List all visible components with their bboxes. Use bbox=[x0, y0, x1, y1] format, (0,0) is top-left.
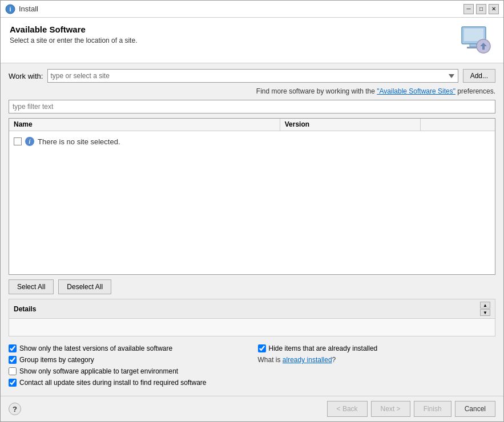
group-by-category-label: Group items by category bbox=[19, 356, 94, 364]
latest-versions-checkbox[interactable] bbox=[9, 344, 17, 352]
back-button[interactable]: < Back bbox=[327, 401, 368, 417]
details-body bbox=[9, 319, 495, 336]
row-checkbox[interactable] bbox=[14, 137, 22, 145]
deselect-all-button[interactable]: Deselect All bbox=[58, 279, 111, 294]
selection-buttons: Select All Deselect All bbox=[9, 279, 495, 294]
work-with-row: Work with: type or select a site Add... bbox=[9, 69, 495, 83]
software-icon bbox=[457, 25, 494, 56]
no-site-text: There is no site selected. bbox=[38, 137, 120, 146]
table-header: Name Version bbox=[9, 119, 495, 131]
checkbox-group-by-category[interactable]: Group items by category bbox=[9, 356, 247, 364]
col-version: Version bbox=[280, 119, 421, 131]
work-with-label: Work with: bbox=[9, 72, 43, 80]
checkboxes-section: Show only the latest versions of availab… bbox=[9, 341, 495, 390]
details-section: Details ▲ ▼ bbox=[9, 299, 495, 336]
details-scroll: ▲ ▼ bbox=[480, 302, 490, 316]
svg-text:i: i bbox=[9, 6, 11, 13]
svg-rect-3 bbox=[464, 29, 483, 41]
help-button[interactable]: ? bbox=[9, 403, 21, 415]
install-window: i Install ─ □ ✕ Available Software Selec… bbox=[0, 0, 504, 422]
title-bar-controls: ─ □ ✕ bbox=[463, 4, 499, 14]
find-more-text: Find more software by working with the "… bbox=[9, 87, 495, 95]
close-button[interactable]: ✕ bbox=[489, 4, 499, 14]
latest-versions-label: Show only the latest versions of availab… bbox=[19, 344, 172, 352]
minimize-button[interactable]: ─ bbox=[463, 4, 474, 14]
checkbox-contact-update-sites[interactable]: Contact all update sites during install … bbox=[9, 379, 247, 387]
table-row: i There is no site selected. bbox=[14, 135, 490, 148]
checkbox-latest-versions[interactable]: Show only the latest versions of availab… bbox=[9, 344, 247, 352]
available-software-title: Available Software bbox=[10, 25, 137, 34]
select-all-button[interactable]: Select All bbox=[9, 279, 54, 294]
next-button[interactable]: Next > bbox=[371, 401, 410, 417]
details-label: Details bbox=[14, 305, 36, 313]
header-section: Available Software Select a site or ente… bbox=[1, 18, 503, 63]
install-icon: i bbox=[5, 4, 15, 14]
find-more-suffix: preferences. bbox=[455, 87, 495, 95]
find-more-prefix: Find more software by working with the bbox=[256, 87, 377, 95]
svg-rect-4 bbox=[470, 44, 477, 47]
what-is-installed: What is already installed? bbox=[258, 356, 496, 364]
scroll-up-button[interactable]: ▲ bbox=[480, 302, 490, 309]
group-by-category-checkbox[interactable] bbox=[9, 356, 17, 364]
footer: ? < Back Next > Finish Cancel bbox=[1, 396, 503, 421]
header-text: Available Software Select a site or ente… bbox=[10, 25, 137, 44]
header-subtitle: Select a site or enter the location of a… bbox=[10, 36, 137, 44]
scroll-down-button[interactable]: ▼ bbox=[480, 309, 490, 316]
contact-update-sites-label: Contact all update sites during install … bbox=[19, 379, 207, 387]
footer-buttons: < Back Next > Finish Cancel bbox=[327, 401, 495, 417]
software-table: Name Version i There is no site selected… bbox=[9, 118, 495, 275]
target-env-label: Show only software applicable to target … bbox=[19, 367, 178, 375]
target-env-checkbox[interactable] bbox=[9, 367, 17, 375]
table-body: i There is no site selected. bbox=[9, 131, 495, 152]
title-bar: i Install ─ □ ✕ bbox=[1, 1, 503, 18]
maximize-button[interactable]: □ bbox=[476, 4, 486, 14]
finish-button[interactable]: Finish bbox=[414, 401, 451, 417]
col-extra bbox=[421, 119, 495, 131]
already-installed-link[interactable]: already installed bbox=[283, 356, 332, 364]
add-button[interactable]: Add... bbox=[463, 69, 495, 83]
hide-installed-checkbox[interactable] bbox=[258, 344, 266, 352]
cancel-button[interactable]: Cancel bbox=[455, 401, 495, 417]
details-header: Details ▲ ▼ bbox=[9, 299, 495, 319]
checkbox-target-env[interactable]: Show only software applicable to target … bbox=[9, 367, 247, 375]
footer-left: ? bbox=[9, 403, 21, 415]
filter-input[interactable] bbox=[9, 100, 495, 113]
window-title: Install bbox=[19, 5, 38, 13]
what-is-suffix: ? bbox=[332, 356, 336, 364]
available-software-sites-link[interactable]: "Available Software Sites" bbox=[377, 87, 455, 95]
main-content: Work with: type or select a site Add... … bbox=[1, 63, 503, 396]
work-with-select[interactable]: type or select a site bbox=[47, 69, 458, 83]
title-bar-left: i Install bbox=[5, 4, 38, 14]
info-icon: i bbox=[25, 137, 34, 146]
col-name: Name bbox=[9, 119, 280, 131]
what-is-prefix: What is bbox=[258, 356, 283, 364]
hide-installed-label: Hide items that are already installed bbox=[269, 344, 378, 352]
contact-update-sites-checkbox[interactable] bbox=[9, 379, 17, 387]
checkbox-hide-installed[interactable]: Hide items that are already installed bbox=[258, 344, 496, 352]
